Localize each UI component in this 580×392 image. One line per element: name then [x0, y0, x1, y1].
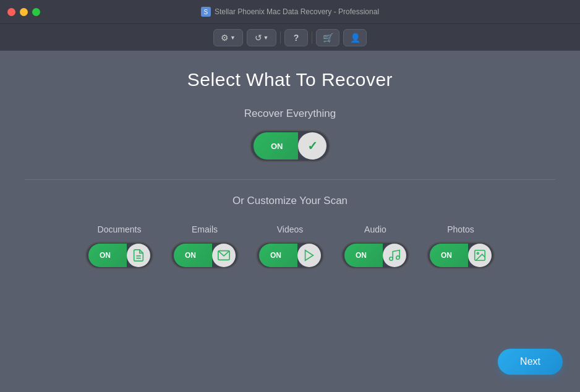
svg-point-5 — [396, 256, 400, 260]
history-arrow-icon: ▼ — [263, 35, 269, 41]
audio-toggle-label: ON — [351, 251, 370, 260]
toggle-on-label: ON — [262, 142, 289, 151]
video-icon — [302, 249, 316, 262]
account-button[interactable]: 👤 — [343, 29, 367, 46]
emails-toggle[interactable]: ON — [171, 242, 239, 269]
audio-toggle-on-area: ON — [344, 244, 383, 267]
traffic-lights — [7, 8, 40, 16]
emails-label: Emails — [192, 224, 218, 234]
settings-button[interactable]: ⚙ ▼ — [213, 29, 243, 46]
cart-button[interactable]: 🛒 — [316, 29, 339, 46]
categories-container: Documents ON Emails — [85, 224, 495, 269]
category-documents: Documents ON — [85, 224, 153, 269]
minimize-button[interactable] — [20, 8, 28, 16]
maximize-button[interactable] — [32, 8, 40, 16]
photos-toggle-knob — [468, 244, 492, 267]
documents-toggle-knob — [127, 244, 150, 267]
audio-icon — [388, 249, 401, 262]
videos-toggle[interactable]: ON — [256, 242, 324, 269]
documents-toggle-label: ON — [95, 251, 114, 260]
category-videos: Videos ON — [256, 224, 324, 269]
category-audio: Audio ON — [341, 224, 409, 269]
settings-arrow-icon: ▼ — [230, 35, 236, 41]
email-icon — [217, 249, 231, 262]
customize-label: Or Customize Your Scan — [232, 195, 348, 207]
next-button[interactable]: Next — [498, 349, 563, 375]
audio-toggle-knob — [383, 244, 406, 267]
photos-toggle-on-area: ON — [430, 244, 468, 267]
photos-label: Photos — [447, 224, 474, 234]
help-icon: ? — [294, 33, 299, 43]
videos-toggle-knob — [297, 244, 321, 267]
page-title: Select What To Recover — [187, 69, 393, 90]
section-divider — [25, 179, 555, 180]
title-bar-text: S Stellar Phoenix Mac Data Recovery - Pr… — [201, 7, 379, 17]
toolbar: ⚙ ▼ ↺ ▼ ? 🛒 👤 — [0, 23, 580, 51]
audio-toggle[interactable]: ON — [341, 242, 409, 269]
help-button[interactable]: ? — [284, 29, 308, 46]
audio-label: Audio — [364, 224, 386, 234]
svg-point-7 — [477, 252, 479, 254]
cart-icon: 🛒 — [323, 33, 333, 43]
svg-point-4 — [390, 257, 393, 261]
videos-label: Videos — [277, 224, 304, 234]
app-icon: S — [201, 7, 211, 17]
documents-toggle-on-area: ON — [88, 244, 127, 267]
toolbar-separator — [280, 32, 281, 44]
close-button[interactable] — [7, 8, 15, 16]
documents-toggle[interactable]: ON — [85, 242, 153, 269]
photos-toggle[interactable]: ON — [427, 242, 495, 269]
main-content: Select What To Recover Recover Everythin… — [0, 51, 580, 392]
toolbar-separator-2 — [312, 32, 312, 44]
category-emails: Emails ON — [171, 224, 239, 269]
app-title: Stellar Phoenix Mac Data Recovery - Prof… — [215, 7, 379, 16]
photos-toggle-label: ON — [436, 251, 456, 260]
check-icon: ✓ — [307, 138, 318, 153]
title-bar: S Stellar Phoenix Mac Data Recovery - Pr… — [0, 0, 580, 23]
history-icon: ↺ — [255, 33, 262, 43]
recover-everything-label: Recover Everything — [244, 108, 336, 120]
recover-everything-toggle[interactable]: ON ✓ — [250, 130, 330, 162]
emails-toggle-knob — [212, 244, 236, 267]
category-photos: Photos ON — [427, 224, 495, 269]
emails-toggle-label: ON — [180, 251, 200, 260]
account-icon: 👤 — [350, 33, 360, 43]
videos-toggle-label: ON — [265, 251, 285, 260]
emails-toggle-on-area: ON — [174, 244, 212, 267]
toggle-on-area: ON — [254, 132, 298, 160]
recover-everything-toggle-container: ON ✓ — [250, 130, 330, 162]
documents-label: Documents — [98, 224, 142, 234]
videos-toggle-on-area: ON — [259, 244, 297, 267]
svg-marker-3 — [305, 250, 313, 261]
photo-icon — [473, 249, 487, 262]
settings-icon: ⚙ — [221, 33, 229, 43]
document-icon — [132, 249, 145, 262]
history-button[interactable]: ↺ ▼ — [247, 29, 276, 46]
toggle-knob: ✓ — [298, 132, 326, 160]
